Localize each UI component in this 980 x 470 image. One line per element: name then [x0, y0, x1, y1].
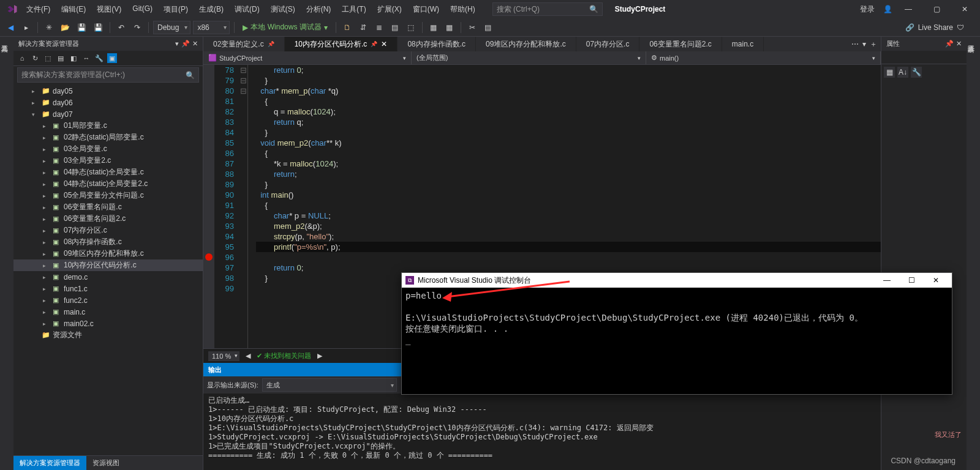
tree-node[interactable]: ▸📁day06	[13, 97, 203, 108]
tb-icon[interactable]: ↔	[81, 53, 91, 63]
editor-tab[interactable]: 10内存分区代码分析.c📌 ✕	[285, 37, 398, 51]
tb-icon[interactable]: ▤	[481, 21, 495, 34]
menu-item[interactable]: 编辑(E)	[56, 2, 91, 17]
close-button[interactable]: ✕	[952, 1, 977, 17]
config-combo[interactable]: Debug	[153, 21, 190, 34]
tb-icon[interactable]: ⇵	[356, 21, 370, 34]
tb-icon[interactable]: ▤	[56, 53, 66, 63]
tb-icon[interactable]: ≣	[372, 21, 386, 34]
tb-icon[interactable]: ◧	[69, 53, 78, 63]
menu-item[interactable]: 测试(S)	[266, 2, 300, 17]
wrench-icon[interactable]: 🔧	[911, 67, 922, 78]
user-icon[interactable]: 👤	[883, 5, 892, 13]
console-titlebar[interactable]: ⧉ Microsoft Visual Studio 调试控制台 — ☐ ✕	[402, 273, 952, 288]
menu-item[interactable]: 工具(T)	[337, 2, 371, 17]
next-issue-icon[interactable]: ▶	[317, 352, 322, 360]
tb-icon[interactable]: 🗋	[341, 21, 354, 34]
home-icon[interactable]: ⌂	[17, 53, 27, 63]
tree-node[interactable]: ▸▣main02.c	[13, 318, 203, 329]
redo-button[interactable]: ↷	[130, 21, 144, 34]
tree-node[interactable]: ▸▣10内存分区代码分析.c	[13, 259, 203, 271]
tree-node[interactable]: ▸📁day05	[13, 85, 203, 97]
tree-node[interactable]: ▸▣func1.c	[13, 283, 203, 294]
login-button[interactable]: 登录	[855, 2, 880, 17]
menu-item[interactable]: Git(G)	[127, 2, 157, 17]
pin-icon[interactable]: 📌	[945, 40, 954, 48]
tb-icon[interactable]: ⬚	[43, 53, 53, 63]
tree-node[interactable]: ▸▣03全局变量2.c	[13, 155, 203, 166]
output-text[interactable]: 已启动生成… 1>------ 已启动生成: 项目: StudyCProject…	[203, 394, 881, 470]
tb-icon[interactable]: ⬚	[404, 21, 418, 34]
menu-item[interactable]: 帮助(H)	[445, 2, 480, 17]
pin-icon[interactable]: 📌	[181, 40, 190, 48]
nav-region[interactable]: (全局范围)	[412, 51, 646, 64]
tree-node[interactable]: ▸▣01局部变量.c	[13, 120, 203, 132]
platform-combo[interactable]: x86	[193, 21, 230, 34]
diagnostics-tab[interactable]: 诊断工具	[967, 37, 980, 470]
open-button[interactable]: 📂	[58, 21, 72, 34]
tb-icon[interactable]: ▤	[388, 21, 402, 34]
sln-tab[interactable]: 解决方案资源管理器	[13, 456, 86, 470]
menu-item[interactable]: 生成(B)	[194, 2, 228, 17]
tab-overflow-icon[interactable]: ⋯	[851, 40, 859, 48]
editor-tab[interactable]: 08内存操作函数.c	[398, 37, 476, 51]
menu-item[interactable]: 窗口(W)	[408, 2, 444, 17]
save-button[interactable]: 💾	[75, 21, 89, 34]
dropdown-icon[interactable]: ▾	[175, 40, 179, 48]
console-max-button[interactable]: ☐	[899, 276, 924, 285]
resource-view-tab[interactable]: 资源视图	[86, 456, 126, 470]
tree-node[interactable]: ▸▣04静态(static)全局变量.c	[13, 166, 203, 178]
menu-item[interactable]: 项目(P)	[159, 2, 193, 17]
editor-tab[interactable]: 02变量的定义.c📌	[203, 37, 285, 51]
output-source-combo[interactable]: 生成	[262, 378, 397, 392]
menu-item[interactable]: 文件(F)	[21, 2, 55, 17]
console-close-button[interactable]: ✕	[924, 276, 948, 285]
nav-function[interactable]: ⚙ main()	[646, 51, 881, 64]
tree-node[interactable]: ▸▣08内存操作函数.c	[13, 236, 203, 248]
console-min-button[interactable]: —	[875, 276, 899, 285]
editor-tab[interactable]: main.c	[722, 37, 764, 51]
tb-icon[interactable]: ✂	[466, 21, 479, 34]
toolbox-tab[interactable]: 工具箱	[0, 37, 13, 470]
undo-button[interactable]: ↶	[115, 21, 128, 34]
tree-node[interactable]: ▸▣main.c	[13, 306, 203, 318]
tb-icon[interactable]: ▦	[443, 21, 456, 34]
tree-node[interactable]: ▸▣07内存分区.c	[13, 225, 203, 236]
wrench-icon[interactable]: 🔧	[94, 53, 104, 63]
editor-tab[interactable]: 07内存分区.c	[576, 37, 640, 51]
menu-item[interactable]: 视图(V)	[92, 2, 126, 17]
tree-node[interactable]: ▸▣03全局变量.c	[13, 143, 203, 155]
tab-dropdown-icon[interactable]: ▾	[862, 40, 866, 48]
save-all-button[interactable]: 💾	[91, 21, 105, 34]
minimize-button[interactable]: —	[896, 1, 921, 17]
global-search-input[interactable]: 搜索 (Ctrl+Q) 🔍	[492, 2, 603, 16]
sync-icon[interactable]: ↻	[30, 53, 40, 63]
liveshare-button[interactable]: Live Share	[918, 23, 953, 32]
tb-icon[interactable]: ▦	[427, 21, 440, 34]
categorized-icon[interactable]: ▦	[884, 67, 895, 78]
tree-node[interactable]: 📁资源文件	[13, 329, 203, 341]
tb-icon[interactable]: ▣	[107, 53, 117, 63]
tree-node[interactable]: ▸▣demo.c	[13, 271, 203, 283]
menu-item[interactable]: 分析(N)	[301, 2, 336, 17]
prev-issue-icon[interactable]: ◀	[246, 352, 251, 360]
tree-node[interactable]: ▸▣func2.c	[13, 294, 203, 306]
close-icon[interactable]: ✕	[192, 40, 198, 48]
nav-scope[interactable]: 🟪 StudyCProject	[203, 51, 412, 64]
editor-tab[interactable]: 09堆区内存分配和释放.c	[476, 37, 576, 51]
nav-back-button[interactable]: ◀	[4, 21, 17, 34]
tree-node[interactable]: ▸▣05全局变量分文件问题.c	[13, 190, 203, 201]
tree-node[interactable]: ▸▣02静态(static)局部变量.c	[13, 132, 203, 143]
add-tab-icon[interactable]: ＋	[870, 39, 877, 50]
tree-node[interactable]: ▸▣06变量重名问题.c	[13, 201, 203, 213]
editor-tab[interactable]: 06变量重名问题2.c	[639, 37, 722, 51]
start-debug-button[interactable]: ▶ 本地 Windows 调试器 ▾	[239, 22, 331, 32]
maximize-button[interactable]: ▢	[924, 1, 949, 17]
zoom-combo[interactable]: 110 %	[208, 351, 239, 361]
debug-console-window[interactable]: ⧉ Microsoft Visual Studio 调试控制台 — ☐ ✕ p=…	[401, 272, 952, 395]
menu-item[interactable]: 扩展(X)	[372, 2, 407, 17]
alpha-icon[interactable]: A↓	[897, 67, 908, 78]
tree-node[interactable]: ▸▣09堆区内存分配和释放.c	[13, 248, 203, 259]
new-button[interactable]: ✳	[42, 21, 56, 34]
tree-node[interactable]: ▾📁day07	[13, 108, 203, 120]
